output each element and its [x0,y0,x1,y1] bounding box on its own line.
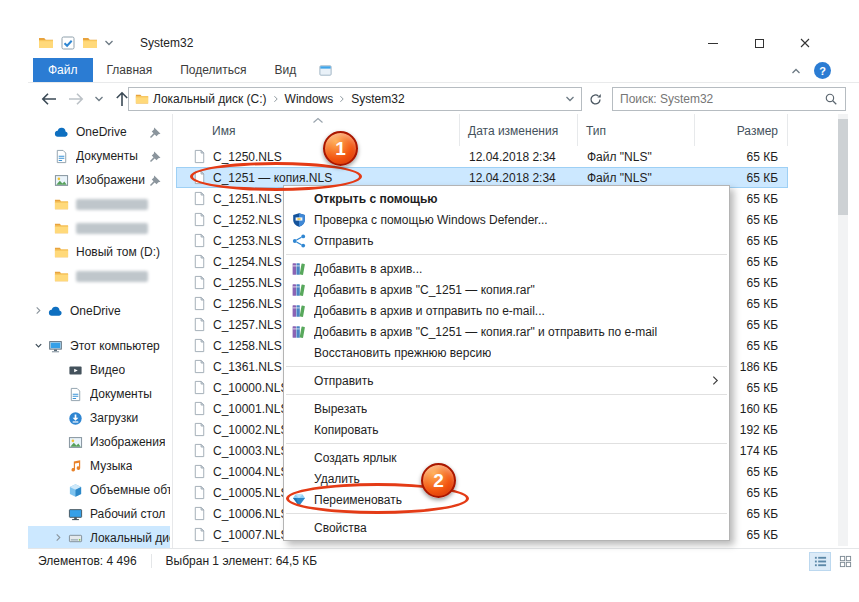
scrollbar[interactable] [838,114,848,546]
maximize-button[interactable] [736,28,782,58]
menu-item[interactable]: Свойства [284,517,729,538]
sidebar-item[interactable]: Новый том (D:) [28,240,170,264]
close-button[interactable] [782,28,828,58]
sidebar-item[interactable] [28,264,170,288]
menu-item[interactable]: Отправить [284,370,729,391]
tab-home[interactable]: Главная [93,58,167,82]
refresh-button[interactable] [588,92,603,107]
address-dropdown-button[interactable] [565,94,575,104]
view-switcher [809,552,856,571]
file-icon [192,527,207,542]
file-icon [192,191,207,206]
sidebar-item-label [76,223,148,234]
sidebar-item[interactable]: Изображени [28,168,170,192]
menu-item[interactable]: Добавить в архив "C_1251 — копия.rar" и … [284,321,729,342]
sidebar-item[interactable]: Рабочий стол [28,502,170,526]
expand-ribbon-button[interactable] [791,66,801,76]
sort-ascending-icon [312,117,324,124]
file-icon [192,254,207,269]
items-count: Элементов: 4 496 [28,554,137,568]
menu-item-label: Вырезать [314,402,367,416]
menu-item[interactable]: Открыть с помощью [284,188,729,209]
menu-item[interactable]: Проверка с помощью Windows Defender... [284,209,729,230]
menu-item[interactable]: Вырезать [284,398,729,419]
sidebar-item-label: Рабочий стол [90,507,165,521]
thumbnails-view-button[interactable] [834,552,856,571]
chev-right-s-icon[interactable] [34,306,46,316]
minimize-icon [708,43,718,44]
tab-view[interactable]: Вид [260,58,310,82]
menu-item[interactable]: Добавить в архив и отправить по e-mail..… [284,300,729,321]
scrollbar-thumb[interactable] [838,119,848,215]
minimize-button[interactable] [690,28,736,58]
sidebar-item[interactable]: Документы [28,144,170,168]
menu-item[interactable]: Создать ярлык [284,447,729,468]
sidebar-item[interactable]: Изображения [28,430,170,454]
sidebar-item[interactable] [28,216,170,240]
help-button[interactable]: ? [814,62,831,79]
tab-file[interactable]: Файл [33,58,93,82]
menu-item[interactable]: Удалить [284,468,729,489]
menu-item-label: Удалить [314,472,360,486]
menu-separator [286,394,727,395]
breadcrumb-system32[interactable]: System32 [347,92,408,106]
chevron-slot [54,437,66,447]
search-icon[interactable] [824,92,838,106]
sidebar-item[interactable]: Музыка [28,454,170,478]
file-icon [192,296,207,311]
column-header-size[interactable]: Размер [695,114,788,146]
qat-customize-button[interactable] [104,38,114,48]
file-row[interactable]: C_1250.NLS12.04.2018 2:34Файл "NLS"65 КБ [176,146,788,167]
chevron-slot [54,509,66,519]
menu-item-label: Добавить в архив "C_1251 — копия.rar" и … [314,325,657,339]
forward-button[interactable] [67,90,85,108]
sidebar-item-label: Документы [76,149,138,163]
file-icon [192,275,207,290]
file-icon [192,485,207,500]
breadcrumb-windows[interactable]: Windows [281,92,338,106]
file-icon [192,170,207,185]
menu-item[interactable]: Отправить [284,230,729,251]
sidebar-item[interactable]: Объемные объ [28,478,170,502]
doc-icon [54,149,69,164]
sidebar-item[interactable]: Загрузки [28,406,170,430]
menu-item[interactable]: Копировать [284,419,729,440]
breadcrumb-drive[interactable]: Локальный диск (C:) [149,92,271,106]
search-box [612,87,846,111]
chev-down-b-icon[interactable] [34,341,46,351]
tab-share[interactable]: Поделиться [166,58,260,82]
sidebar-item[interactable]: Документы [28,382,170,406]
search-input[interactable] [620,92,824,106]
column-header-date[interactable]: Дата изменения [460,114,578,146]
download-icon [68,411,83,426]
recent-locations-button[interactable] [94,94,104,104]
sidebar-item[interactable] [28,192,170,216]
sidebar: OneDriveДокументыИзображениНовый том (D:… [28,114,170,550]
sidebar-item[interactable]: OneDrive [28,120,170,144]
nav-arrows [40,90,131,108]
sidebar-item[interactable]: Этот компьютер [28,334,170,358]
sidebar-item-label: Объемные объ [90,483,170,497]
pane-divider[interactable] [172,114,173,548]
new-folder-button[interactable] [82,35,98,51]
breadcrumb-separator-icon [338,95,346,103]
column-header-type[interactable]: Тип [578,114,695,146]
chevron-slot [40,271,52,281]
menu-item[interactable]: Восстановить прежнюю версию [284,342,729,363]
chevron-slot [54,389,66,399]
menu-item[interactable]: Переименовать [284,489,729,510]
file-type: Файл "NLS" [578,171,695,185]
address-bar[interactable]: Локальный диск (C:) Windows System32 [128,87,582,111]
properties-button[interactable] [60,35,76,51]
back-button[interactable] [40,90,58,108]
menu-item[interactable]: Добавить в архив... [284,258,729,279]
sidebar-item[interactable]: Видео [28,358,170,382]
context-menu: Открыть с помощьюПроверка с помощью Wind… [283,185,730,541]
sidebar-item[interactable]: Локальный дис [28,526,170,550]
sidebar-item-label: Загрузки [90,411,138,425]
details-view-button[interactable] [809,552,831,571]
chev-right-s-icon[interactable] [54,533,66,543]
sidebar-item[interactable]: OneDrive [28,299,170,323]
menu-separator [286,254,727,255]
menu-item[interactable]: Добавить в архив "C_1251 — копия.rar" [284,279,729,300]
